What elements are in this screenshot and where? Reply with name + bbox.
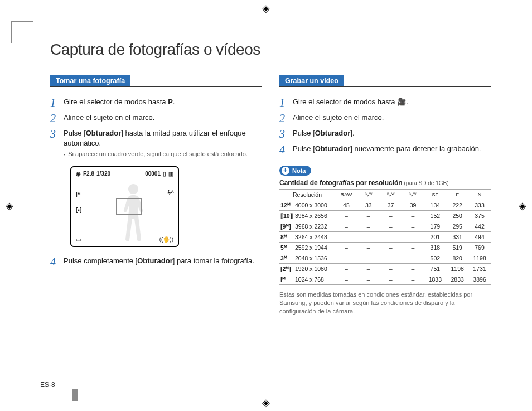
count-cell: – <box>335 243 357 253</box>
lcd-left-icons: Iᴹ [▪] <box>76 190 81 220</box>
video-mode-icon: 🎥 <box>397 98 406 106</box>
card-icon: ▯ <box>163 171 166 177</box>
size-icon: 3ᴹ <box>279 253 294 264</box>
photo-step-1: 1 Gire el selector de modos hasta P. <box>50 97 262 108</box>
photo-steps-cont: 4 Pulse completamente [Obturador] para t… <box>50 256 262 267</box>
count-cell: 33 <box>357 200 380 211</box>
lcd-bottom-row: ▭ ((🖐)) <box>76 236 173 243</box>
step-subtext: Si aparece un cuadro verde, significa qu… <box>64 150 262 158</box>
count-cell: 375 <box>468 211 491 221</box>
count-cell: 442 <box>468 221 491 232</box>
table-row: 8ᴹ3264 x 2448––––201331494 <box>279 232 491 243</box>
left-column: Tomar una fotografía 1 Gire el selector … <box>50 75 262 316</box>
count-cell: – <box>357 253 380 264</box>
page-content: Captura de fotografías o vídeos Tomar un… <box>50 41 491 316</box>
count-cell: – <box>402 253 424 264</box>
count-cell: 333 <box>468 200 491 211</box>
count-cell: – <box>335 264 357 274</box>
count-cell: – <box>380 274 402 285</box>
flash-auto-icon: ϟᴬ <box>167 190 173 196</box>
count-cell: – <box>380 264 402 274</box>
count-cell: – <box>357 221 380 232</box>
photo-step-3: 3 Pulse [Obturador] hasta la mitad para … <box>50 128 262 158</box>
step-text: Pulse completamente [Obturador] para tom… <box>64 256 262 267</box>
count-cell: 318 <box>424 243 446 253</box>
note-label: Nota <box>292 167 306 174</box>
count-cell: – <box>402 274 424 285</box>
table-row: Iᴹ1024 x 768––––183328333896 <box>279 274 491 285</box>
count-cell: 3896 <box>468 274 491 285</box>
resolution-value: 3968 x 2232 <box>294 221 335 232</box>
count-cell: 769 <box>468 243 491 253</box>
count-cell: 250 <box>446 211 468 221</box>
video-step-4: 4 Pulse [Obturador] nuevamente para dete… <box>279 144 491 155</box>
step-text: Alinee el sujeto en el marco. <box>293 113 491 124</box>
image-size-icon: Iᴹ <box>76 190 81 200</box>
col-raw: RAW <box>335 190 357 200</box>
step-number: 2 <box>50 113 64 124</box>
count-cell: 37 <box>380 200 402 211</box>
step-number: 3 <box>279 128 293 139</box>
resolution-value: 1920 x 1080 <box>294 264 335 274</box>
count-cell: – <box>402 232 424 243</box>
registration-mark-icon: ◈ <box>519 200 526 212</box>
count-cell: – <box>380 221 402 232</box>
resolution-value: 3264 x 2448 <box>294 232 335 243</box>
video-step-1: 1 Gire el selector de modos hasta 🎥. <box>279 97 491 108</box>
stabilizer-icon: ((🖐)) <box>159 236 173 243</box>
count-cell: 1198 <box>446 264 468 274</box>
size-icon: 12ᴹ <box>279 200 294 211</box>
size-icon: ⟦10⟧ <box>279 211 294 221</box>
video-step-2: 2 Alinee el sujeto en el marco. <box>279 113 491 124</box>
title-rule <box>50 62 491 62</box>
count-cell: – <box>380 232 402 243</box>
count-cell: – <box>357 264 380 274</box>
table-row: [9ᴹ]3968 x 2232––––179295442 <box>279 221 491 232</box>
registration-mark-icon: ◈ <box>262 397 270 409</box>
count-cell: 494 <box>468 232 491 243</box>
autofocus-box <box>116 198 142 215</box>
count-cell: 1833 <box>424 274 446 285</box>
count-cell: – <box>335 221 357 232</box>
photo-steps: 1 Gire el selector de modos hasta P. 2 A… <box>50 97 262 158</box>
battery-icon: ▥ <box>168 171 173 177</box>
step-number: 2 <box>279 113 293 124</box>
count-cell: – <box>357 232 380 243</box>
size-icon: Iᴹ <box>279 274 294 285</box>
table-row: 5ᴹ2592 x 1944––––318519769 <box>279 243 491 253</box>
count-cell: – <box>335 253 357 264</box>
count-cell: – <box>335 211 357 221</box>
resolution-value: 3984 x 2656 <box>294 211 335 221</box>
table-row: 3ᴹ2048 x 1536––––5028201198 <box>279 253 491 264</box>
count-cell: 331 <box>446 232 468 243</box>
count-cell: – <box>357 211 380 221</box>
section-tag-video: Grabar un vídeo <box>279 75 344 86</box>
resolution-value: 4000 x 3000 <box>294 200 335 211</box>
count-cell: 820 <box>446 253 468 264</box>
table-row: ⟦10⟧3984 x 2656––––152250375 <box>279 211 491 221</box>
section-header-video: Grabar un vídeo <box>279 75 491 87</box>
camera-lcd-preview: ◉ F2.8 1/320 00001 ▯ ▥ Iᴹ [▪] <box>70 166 179 247</box>
count-cell: 39 <box>402 200 424 211</box>
count-cell: 519 <box>446 243 468 253</box>
count-cell: – <box>335 232 357 243</box>
count-cell: 2833 <box>446 274 468 285</box>
col-raw-sf: ᴿₐᵂ <box>357 190 380 200</box>
count-cell: 222 <box>446 200 468 211</box>
video-step-3: 3 Pulse [Obturador]. <box>279 128 491 139</box>
step-text: Alinee el sujeto en el marco. <box>64 113 262 124</box>
size-icon: 5ᴹ <box>279 243 294 253</box>
col-normal: N <box>468 190 491 200</box>
count-cell: – <box>402 243 424 253</box>
col-resolution: Resolución <box>279 190 335 200</box>
count-cell: – <box>402 264 424 274</box>
crop-corner-icon <box>11 21 33 43</box>
step-number: 4 <box>50 256 64 267</box>
count-cell: – <box>357 274 380 285</box>
mode-icon: ◉ <box>76 171 81 177</box>
page-title: Captura de fotografías o vídeos <box>50 41 491 59</box>
count-cell: – <box>402 221 424 232</box>
size-icon: 8ᴹ <box>279 232 294 243</box>
page-number: ES-8 <box>40 381 55 389</box>
resolution-table: Resolución RAW ᴿₐᵂ ᴿₐᵂ ᴿₐᵂ SF F N 12ᴹ400… <box>279 189 491 285</box>
